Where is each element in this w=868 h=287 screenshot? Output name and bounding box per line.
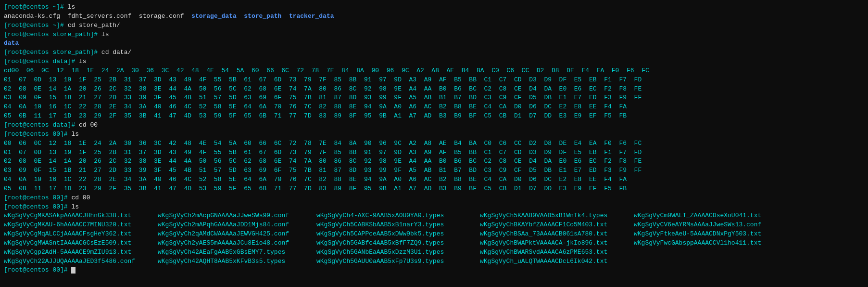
line-cd2: [root@centos 00]# cd 00 xyxy=(4,194,864,203)
line-5: data xyxy=(4,39,864,48)
line-7: [root@centos data]# ls xyxy=(4,57,864,66)
file-r2c3: wKgSgVyCh5CABKSbAAB5xB1narY3.types xyxy=(316,221,480,230)
line-ls3: [root@centos 00]# ls xyxy=(4,203,864,212)
file-r5c4: wKgSgVyChBWARSvdAAAACA6zPME653.txt xyxy=(480,248,634,257)
line-1: [root@centos ~]# ls xyxy=(4,3,864,12)
hex-row-3: 02 08 0E 14 1A 20 26 2C 32 38 3E 44 4A 5… xyxy=(4,85,864,94)
file-r5c3: wKgSgVyCh5GANbEaAAB5xDzzM3U1.types xyxy=(316,248,480,257)
file-r5c5: ​ xyxy=(634,248,807,257)
hex-row2-2: 01 07 0D 13 19 1F 25 2B 31 37 3D 43 49 4… xyxy=(4,148,864,157)
file-r6c2: wKgSgVyCh42AQHT8AAB5xKFvB3s5.types xyxy=(158,257,316,266)
line-2: anaconda-ks.cfg fdht_servers.conf storag… xyxy=(4,12,864,21)
line-6: [root@centos store_path]# cd data/ xyxy=(4,48,864,57)
file-r1c1: wKgSgVyCgMKASAkpAAAACJHhnGk338.txt xyxy=(4,211,158,221)
line-ls2: [root@centos 00]# ls xyxy=(4,130,864,139)
final-prompt: [root@centos 00]# xyxy=(4,266,864,275)
file-r3c3: wKgSgVyCh5CAPPceAAB5xDWw9bk5.types xyxy=(316,230,480,239)
hex-row-2: 01 07 0D 13 19 1F 25 2B 31 37 3D 43 49 4… xyxy=(4,76,864,85)
cursor xyxy=(71,267,75,274)
file-r2c4: wKgSgVyChBKAYbfZAAAACF1Co5M403.txt xyxy=(480,221,634,230)
file-r4c2: wKgSgVyCh2yAES5mAAAAaJCu8Eio48.conf xyxy=(158,239,316,248)
line-3: [root@centos ~]# cd store_path/ xyxy=(4,21,864,30)
file-r2c1: wKgSgVyCgMKAU-6hAAAACC7MINU320.txt xyxy=(4,221,158,230)
file-r1c5: wKgSgVyCm0WALT_ZAAAACDseXoU041.txt xyxy=(634,211,807,221)
file-r6c5: ​ xyxy=(634,257,807,266)
file-r6c1: wKgSgVyCh22AJJUQAAAAaJED3f5486.conf xyxy=(4,257,158,266)
file-r3c5: wKgSgVyFtkeAeU-5AAAACDNxPgY503.txt xyxy=(634,230,807,239)
line-cd1: [root@centos data]# cd 00 xyxy=(4,121,864,130)
file-r4c5: wKgSgVyFwcGAbsppAAAACCVl1ho411.txt xyxy=(634,239,807,248)
file-r4c1: wKgSgVyCgMWASntIAAAACGCsEzE509.txt xyxy=(4,239,158,248)
hex-row2-1: 00 06 0C 12 18 1E 24 2A 30 36 3C 42 48 4… xyxy=(4,139,864,148)
file-r6c3: wKgSgVyCh5GAUU0aAAB5xFp7U3s9.types xyxy=(316,257,480,266)
hex-row2-6: 05 0B 11 17 1D 23 29 2F 35 3B 41 47 4D 5… xyxy=(4,184,864,194)
file-r4c4: wKgSgVyChBWAPktVAAAACA-jkIo896.txt xyxy=(480,239,634,248)
file-r3c2: wKgSgVyCh2qAMdCWAAAAaJEWVGH425.conf xyxy=(158,230,316,239)
hex-row2-4: 03 09 0F 15 1B 21 27 2D 33 39 3F 45 4B 5… xyxy=(4,166,864,175)
hex-row2-3: 02 08 0E 14 1A 20 26 2C 32 38 3E 44 4A 5… xyxy=(4,157,864,166)
line-4: [root@centos store_path]# ls xyxy=(4,30,864,39)
file-r3c4: wKgSgVyChBSAa_73AAAACB061sA780.txt xyxy=(480,230,634,239)
file-r1c2: wKgSgVyCh2mAcpGNAAAAaJJweSWs99.conf xyxy=(158,211,316,221)
hex-row-5: 04 0A 10 16 1C 22 28 2E 34 3A 40 46 4C 5… xyxy=(4,103,864,112)
file-r5c1: wKgSgVyCgp2AdH-5AAAACE9mZIU913.txt xyxy=(4,248,158,257)
terminal: [root@centos ~]# ls anaconda-ks.cfg fdht… xyxy=(4,3,864,275)
file-r1c3: wKgSgVyCh4-AXC-9AAB5xAOU0YA0.types xyxy=(316,211,480,221)
hex-row-1: cd00 06 0C 12 18 1E 24 2A 30 36 3C 42 48… xyxy=(4,66,864,76)
file-r4c3: wKgSgVyCh5GABfc4AAB5xBfF7ZQ9.types xyxy=(316,239,480,248)
file-r2c5: wKgSgVyCV6eAYRMsAAAaJJweSWs13.conf xyxy=(634,221,807,230)
file-r6c4: wKgSgVyCh_uALQTWAAAACDcL6Ik042.txt xyxy=(480,257,634,266)
hex-row-6: 05 0B 11 17 1D 23 29 2F 35 3B 41 47 4D 5… xyxy=(4,112,864,121)
file-listing: wKgSgVyCgMKASAkpAAAACJHhnGk338.txt wKgSg… xyxy=(4,211,864,266)
file-r1c4: wKgSgVyCh5KAA80VAAB5xB1WnTk4.types xyxy=(480,211,634,221)
prompt-1: [root@centos ~]# xyxy=(4,3,64,11)
file-r3c1: wKgSgVyCgMqALCCjAAAACFsgHeY362.txt xyxy=(4,230,158,239)
file-r5c2: wKgSgVyCh42AEaFgAAB5xGBsEMY7.types xyxy=(158,248,316,257)
file-r2c2: wKgSgVyCh2mAPqhGAAAAaJDD1Mjs84.conf xyxy=(158,221,316,230)
hex-row-4: 03 09 0F 15 1B 21 27 2D 33 39 3F 45 4B 5… xyxy=(4,93,864,103)
hex-row2-5: 04 0A 10 16 1C 22 28 2E 34 3A 40 46 4C 5… xyxy=(4,175,864,184)
